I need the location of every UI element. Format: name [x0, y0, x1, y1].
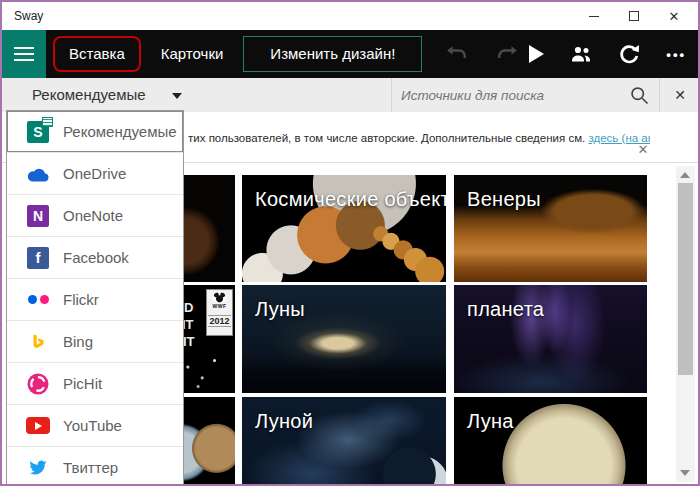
change-design-button[interactable]: Изменить дизайн!	[243, 36, 422, 72]
window-controls: ✕	[574, 3, 694, 29]
banner-close-button[interactable]: ✕	[632, 142, 654, 160]
onenote-logo-icon: N	[27, 205, 49, 227]
flickr-dots-icon	[28, 295, 49, 304]
onedrive-cloud-icon	[25, 165, 51, 183]
panda-icon	[213, 292, 226, 303]
annotation-red-box: Вставка	[53, 36, 141, 72]
right-action-group: •••	[529, 43, 686, 66]
image-tile[interactable]: Луна	[454, 397, 647, 484]
undo-icon	[446, 43, 468, 65]
share-button[interactable]	[618, 43, 641, 66]
scroll-down-button[interactable]	[680, 470, 690, 476]
youtube-logo-icon	[26, 417, 50, 434]
scroll-thumb[interactable]	[678, 183, 693, 375]
image-tile[interactable]: Луны	[242, 285, 446, 393]
menu-item-onenote[interactable]: N OneNote	[7, 195, 183, 237]
play-icon	[529, 45, 544, 63]
scroll-up-button[interactable]	[680, 172, 690, 178]
search-button[interactable]	[626, 84, 652, 106]
twitter-bird-icon	[28, 459, 48, 476]
more-button[interactable]: •••	[666, 47, 686, 62]
scrollbar[interactable]	[676, 166, 695, 482]
menu-button[interactable]	[2, 30, 46, 78]
poster-text: D	[184, 301, 193, 314]
search-icon	[629, 85, 650, 106]
pichit-shutter-icon	[27, 373, 49, 395]
menu-item-onedrive[interactable]: OneDrive	[7, 153, 183, 195]
tile-title: Луны	[255, 298, 305, 321]
menu-item-bing[interactable]: Bing	[7, 321, 183, 363]
tile-title: Космические объекты	[255, 188, 446, 211]
source-dropdown[interactable]: Рекомендуемые	[32, 86, 146, 103]
close-button[interactable]: ✕	[654, 3, 694, 29]
ellipsis-icon: •••	[666, 47, 686, 62]
cards-tab[interactable]: Карточки	[157, 38, 228, 70]
poster-text: IT	[183, 335, 195, 348]
source-search-bar: Рекомендуемые ✕	[2, 78, 698, 112]
menu-item-facebook[interactable]: f Facebook	[7, 237, 183, 279]
redo-button[interactable]	[496, 43, 518, 65]
main-toolbar: Вставка Карточки Изменить дизайн!	[2, 30, 698, 78]
tile-title: Луной	[255, 410, 313, 433]
menu-item-twitter[interactable]: Твиттер	[7, 447, 183, 486]
tile-title: Венеры	[467, 188, 541, 211]
close-search-button[interactable]: ✕	[666, 84, 694, 106]
share-people-button[interactable]	[569, 43, 593, 65]
tile-title: Луна	[467, 410, 514, 433]
minimize-icon	[589, 16, 599, 17]
close-icon: ✕	[669, 9, 680, 24]
insert-tab[interactable]: Вставка	[69, 45, 125, 62]
redo-icon	[496, 43, 518, 65]
undo-button[interactable]	[446, 43, 468, 65]
hamburger-icon	[14, 47, 34, 49]
image-tile[interactable]: Космические объекты	[242, 175, 446, 282]
maximize-icon	[629, 11, 639, 21]
menu-item-pichit[interactable]: PicHit	[7, 363, 183, 405]
window-titlebar: Sway ✕	[2, 2, 698, 30]
chevron-down-icon[interactable]	[172, 93, 182, 99]
banner-text: тих пользователей, в том числе авторские…	[188, 132, 650, 144]
sway-badge-icon	[42, 117, 53, 127]
search-input[interactable]	[401, 82, 616, 108]
maximize-button[interactable]	[614, 3, 654, 29]
image-tile[interactable]: планета	[454, 285, 647, 393]
divider	[659, 78, 660, 112]
wwf-poster-logo: WWF 2012	[206, 289, 233, 336]
sources-menu: S Рекомендуемые OneDrive N OneNote	[6, 110, 184, 484]
image-tile[interactable]: Луной	[242, 397, 446, 484]
menu-item-youtube[interactable]: YouTube	[7, 405, 183, 447]
sway-logo-icon: S	[27, 121, 49, 143]
divider	[391, 78, 392, 112]
sway-app-window: Sway ✕ Вставка Карточки Изменить дизайн!	[0, 0, 700, 486]
tile-title: планета	[467, 298, 544, 321]
bing-logo-icon	[29, 333, 47, 351]
app-title: Sway	[14, 9, 43, 23]
minimize-button[interactable]	[574, 3, 614, 29]
undo-redo-group	[446, 43, 518, 65]
share-sync-icon	[618, 43, 641, 66]
menu-item-flickr[interactable]: Flickr	[7, 279, 183, 321]
facebook-logo-icon: f	[27, 247, 49, 269]
people-icon	[569, 43, 593, 65]
play-button[interactable]	[529, 45, 544, 63]
menu-item-recommended[interactable]: S Рекомендуемые	[7, 111, 183, 153]
image-tile[interactable]: Венеры	[454, 175, 647, 282]
